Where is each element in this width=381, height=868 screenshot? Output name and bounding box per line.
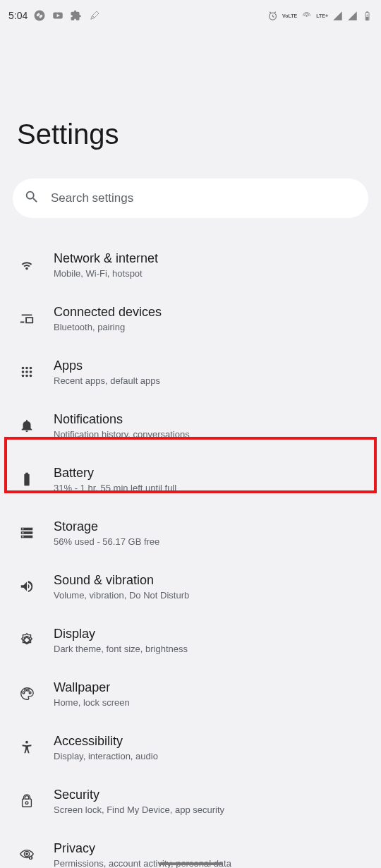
row-notifications[interactable]: Notifications Notification history, conv… bbox=[0, 399, 381, 452]
row-sub: Mobile, Wi-Fi, hotspot bbox=[54, 268, 158, 279]
svg-point-3 bbox=[306, 15, 308, 17]
row-sub: Dark theme, font size, brightness bbox=[54, 644, 188, 654]
puzzle-icon bbox=[70, 9, 83, 22]
row-accessibility[interactable]: Accessibility Display, interaction, audi… bbox=[0, 721, 381, 774]
svg-point-13 bbox=[22, 375, 25, 378]
wifi-icon bbox=[17, 257, 37, 272]
hotspot-icon bbox=[301, 11, 312, 21]
shazam-icon bbox=[33, 9, 46, 22]
row-title: Storage bbox=[54, 519, 159, 534]
row-sub: Bluetooth, pairing bbox=[54, 322, 162, 332]
row-title: Wallpaper bbox=[54, 680, 130, 695]
svg-point-10 bbox=[22, 370, 25, 373]
svg-point-9 bbox=[30, 367, 32, 370]
nav-handle[interactable] bbox=[159, 862, 222, 865]
row-display[interactable]: Display Dark theme, font size, brightnes… bbox=[0, 613, 381, 667]
svg-point-14 bbox=[25, 375, 28, 378]
svg-point-8 bbox=[25, 367, 28, 370]
svg-point-11 bbox=[25, 370, 28, 373]
row-title: Network & internet bbox=[54, 251, 158, 266]
svg-rect-25 bbox=[30, 857, 32, 859]
svg-rect-5 bbox=[366, 11, 368, 12]
accessibility-icon bbox=[17, 740, 37, 755]
lock-icon bbox=[17, 793, 37, 809]
row-title: Apps bbox=[54, 358, 160, 373]
row-sub: Recent apps, default apps bbox=[54, 375, 160, 386]
battery-status-icon bbox=[362, 11, 373, 21]
bell-icon bbox=[17, 418, 37, 433]
row-sound-vibration[interactable]: Sound & vibration Volume, vibration, Do … bbox=[0, 560, 381, 613]
alarm-icon bbox=[267, 11, 278, 21]
svg-point-0 bbox=[35, 11, 45, 21]
row-battery[interactable]: Battery 31% - 1 hr, 55 min left until fu… bbox=[0, 452, 381, 506]
row-title: Privacy bbox=[54, 841, 231, 856]
svg-point-21 bbox=[23, 536, 24, 538]
page-title: Settings bbox=[0, 28, 381, 179]
apps-icon bbox=[17, 364, 37, 380]
row-sub: Screen lock, Find My Device, app securit… bbox=[54, 804, 224, 815]
row-sub: 31% - 1 hr, 55 min left until full bbox=[54, 483, 176, 493]
row-network-internet[interactable]: Network & internet Mobile, Wi-Fi, hotspo… bbox=[0, 238, 381, 291]
status-bar: 5:04 VoLTE LTE+ bbox=[0, 0, 381, 28]
volume-icon bbox=[17, 579, 37, 594]
row-sub: Notification history, conversations bbox=[54, 429, 190, 440]
row-sub: 56% used - 56.17 GB free bbox=[54, 536, 159, 547]
svg-point-22 bbox=[25, 741, 28, 744]
pen-icon bbox=[88, 9, 101, 22]
devices-icon bbox=[17, 311, 37, 326]
settings-list: Network & internet Mobile, Wi-Fi, hotspo… bbox=[0, 238, 381, 868]
row-wallpaper[interactable]: Wallpaper Home, lock screen bbox=[0, 667, 381, 721]
volte-indicator: VoLTE bbox=[282, 13, 297, 18]
svg-point-23 bbox=[25, 852, 28, 855]
svg-point-19 bbox=[23, 529, 24, 530]
row-apps[interactable]: Apps Recent apps, default apps bbox=[0, 345, 381, 399]
signal-icon-1 bbox=[332, 11, 343, 21]
storage-icon bbox=[17, 525, 37, 541]
row-sub: Volume, vibration, Do Not Disturb bbox=[54, 590, 189, 601]
row-title: Security bbox=[54, 788, 224, 802]
row-connected-devices[interactable]: Connected devices Bluetooth, pairing bbox=[0, 291, 381, 345]
search-icon bbox=[24, 189, 40, 207]
signal-icon-2 bbox=[347, 11, 358, 21]
row-title: Battery bbox=[54, 466, 176, 481]
row-title: Notifications bbox=[54, 412, 190, 427]
svg-rect-6 bbox=[366, 16, 369, 19]
privacy-icon bbox=[17, 847, 37, 862]
row-title: Connected devices bbox=[54, 305, 162, 320]
row-title: Accessibility bbox=[54, 734, 158, 749]
battery-icon bbox=[17, 471, 37, 487]
svg-point-20 bbox=[23, 532, 24, 534]
brightness-icon bbox=[17, 632, 37, 648]
status-time: 5:04 bbox=[8, 10, 28, 21]
row-sub: Display, interaction, audio bbox=[54, 751, 158, 761]
svg-point-12 bbox=[30, 370, 32, 373]
row-title: Sound & vibration bbox=[54, 573, 189, 588]
svg-point-15 bbox=[30, 375, 32, 378]
search-input[interactable]: Search settings bbox=[13, 179, 368, 218]
row-sub: Home, lock screen bbox=[54, 697, 130, 708]
network-type-label: LTE+ bbox=[316, 13, 328, 18]
row-title: Display bbox=[54, 627, 188, 641]
svg-point-7 bbox=[22, 367, 25, 370]
search-placeholder: Search settings bbox=[51, 191, 133, 205]
row-storage[interactable]: Storage 56% used - 56.17 GB free bbox=[0, 506, 381, 560]
palette-icon bbox=[17, 686, 37, 701]
row-security[interactable]: Security Screen lock, Find My Device, ap… bbox=[0, 774, 381, 828]
youtube-icon bbox=[52, 9, 64, 22]
